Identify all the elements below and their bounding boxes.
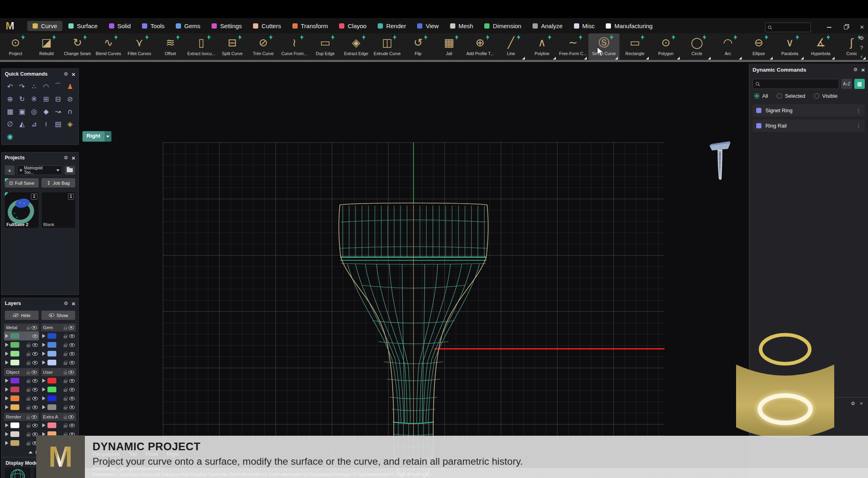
toolbar-button[interactable]: ◈ Extract Edge: [341, 33, 372, 60]
gear-icon[interactable]: ⚙: [64, 301, 68, 306]
menu-item[interactable]: Cutters: [248, 21, 286, 31]
expand-icon[interactable]: [42, 423, 45, 427]
menu-item[interactable]: Render: [372, 21, 411, 31]
layer-row[interactable]: [4, 439, 39, 447]
close-icon[interactable]: ×: [72, 155, 75, 161]
layer-row[interactable]: [4, 403, 39, 412]
close-icon[interactable]: ×: [72, 71, 75, 77]
toolbar-button[interactable]: ◪ Rebuild: [31, 33, 62, 60]
eye-icon[interactable]: [31, 326, 37, 330]
eye-icon[interactable]: [32, 343, 38, 347]
layer-color-swatch[interactable]: [47, 396, 56, 401]
layer-color-swatch[interactable]: [47, 360, 56, 365]
toolbar-button[interactable]: ◯ Circle: [681, 33, 712, 60]
expand-icon[interactable]: [42, 343, 45, 347]
quick-command-icon[interactable]: ⊿: [28, 117, 40, 130]
quick-command-icon[interactable]: ⌒: [52, 80, 64, 93]
kebab-menu-icon[interactable]: ⋮: [856, 123, 861, 129]
export-icon[interactable]: ↧: [31, 194, 37, 200]
expand-icon[interactable]: [42, 387, 45, 391]
project-thumbnail-fullsave[interactable]: ↧ FullSave 2: [5, 192, 39, 228]
toolbar-button[interactable]: ≋ Offset: [155, 33, 186, 60]
eye-icon[interactable]: [32, 334, 38, 338]
lock-icon[interactable]: [27, 425, 30, 428]
eye-icon[interactable]: [69, 379, 75, 383]
menu-item[interactable]: Dimension: [479, 21, 527, 31]
hide-layers-button[interactable]: Hide: [5, 311, 39, 320]
lock-icon[interactable]: [64, 398, 67, 401]
quick-command-icon[interactable]: ◠: [40, 80, 52, 93]
expand-icon[interactable]: [5, 379, 8, 383]
toolbar-button[interactable]: ∨ Parabola: [774, 33, 805, 60]
quick-command-icon[interactable]: ∩: [64, 105, 76, 117]
menu-item[interactable]: Misc: [569, 21, 600, 31]
layer-row[interactable]: [4, 340, 39, 349]
filter-radio[interactable]: Selected: [777, 93, 805, 99]
toolbar-button[interactable]: ⊟ Split Curve: [217, 33, 248, 60]
toolbar-button[interactable]: ≀ Curve From...: [279, 33, 310, 60]
quick-command-icon[interactable]: ◉: [4, 130, 16, 142]
gear-icon[interactable]: ⚙: [859, 35, 864, 41]
eye-icon[interactable]: [32, 361, 38, 365]
quick-command-icon[interactable]: ⊕: [4, 93, 16, 105]
quick-command-icon[interactable]: ◆: [40, 105, 52, 117]
layer-row[interactable]: [41, 385, 76, 394]
toolbar-button[interactable]: ∧ Polyline: [527, 33, 557, 60]
toolbar-button[interactable]: ∿ Blend Curves: [93, 33, 124, 60]
eye-icon[interactable]: [69, 352, 75, 356]
viewport-view-tab[interactable]: Right: [82, 131, 111, 142]
eye-icon[interactable]: [68, 371, 74, 374]
menu-item[interactable]: View: [412, 21, 444, 31]
toolbar-button[interactable]: ⊙ Polygon: [650, 33, 681, 60]
add-project-button[interactable]: +: [5, 165, 14, 175]
minimize-button[interactable]: [823, 23, 835, 32]
quick-command-icon[interactable]: ∅: [4, 117, 16, 130]
lock-icon[interactable]: [64, 372, 67, 375]
expand-icon[interactable]: [5, 396, 8, 400]
layer-color-swatch[interactable]: [10, 351, 19, 356]
toolbar-button[interactable]: ↺ Flip: [403, 33, 434, 60]
expand-icon[interactable]: [5, 334, 8, 338]
toolbar-button[interactable]: ▭ Dup Edge: [310, 33, 341, 60]
layer-color-swatch[interactable]: [10, 333, 19, 339]
expand-icon[interactable]: [42, 396, 45, 400]
layer-color-swatch[interactable]: [10, 342, 19, 348]
toolbar-button[interactable]: ╱ Line: [496, 33, 527, 60]
lock-icon[interactable]: [64, 353, 67, 356]
toolbar-button[interactable]: ∡ Hyperbola: [805, 33, 836, 60]
quick-command-icon[interactable]: ※: [28, 93, 40, 105]
lock-icon[interactable]: [64, 407, 67, 410]
expand-icon[interactable]: [42, 405, 45, 409]
expand-icon[interactable]: [5, 361, 8, 365]
close-icon[interactable]: ×: [72, 301, 75, 307]
layer-row[interactable]: [4, 332, 39, 340]
toolbar-button[interactable]: ⊖ Ellipse: [743, 33, 774, 60]
lock-icon[interactable]: [27, 398, 30, 401]
menu-item[interactable]: Mesh: [445, 21, 479, 31]
lock-icon[interactable]: [27, 407, 30, 410]
full-save-button[interactable]: ⊡ Full Save: [5, 178, 39, 187]
layer-color-swatch[interactable]: [10, 378, 19, 383]
eye-icon[interactable]: [68, 415, 74, 419]
show-layers-button[interactable]: Show: [41, 311, 75, 320]
menu-item[interactable]: Gems: [171, 21, 206, 31]
layer-row[interactable]: [41, 376, 76, 385]
layer-row[interactable]: [41, 394, 76, 403]
menu-search-input[interactable]: [772, 24, 804, 31]
lock-icon[interactable]: [64, 380, 67, 383]
lock-icon[interactable]: [27, 336, 30, 338]
toolbar-button[interactable]: ⊘ Trim Curve: [248, 33, 279, 60]
eye-icon[interactable]: [32, 352, 38, 356]
layer-row[interactable]: [4, 394, 39, 403]
menu-item[interactable]: Transform: [287, 21, 333, 31]
layer-color-swatch[interactable]: [47, 404, 56, 410]
layer-color-swatch[interactable]: [47, 351, 56, 356]
eye-icon[interactable]: [31, 371, 37, 374]
menu-item[interactable]: Surface: [63, 21, 103, 31]
open-folder-button[interactable]: [65, 166, 75, 175]
lock-icon[interactable]: [27, 362, 30, 365]
toolbar-button[interactable]: ◫ Extrude Curve: [372, 33, 403, 60]
eye-icon[interactable]: [69, 334, 75, 338]
quick-command-icon[interactable]: ◎: [28, 105, 40, 117]
layer-group-header[interactable]: Render: [4, 413, 39, 421]
